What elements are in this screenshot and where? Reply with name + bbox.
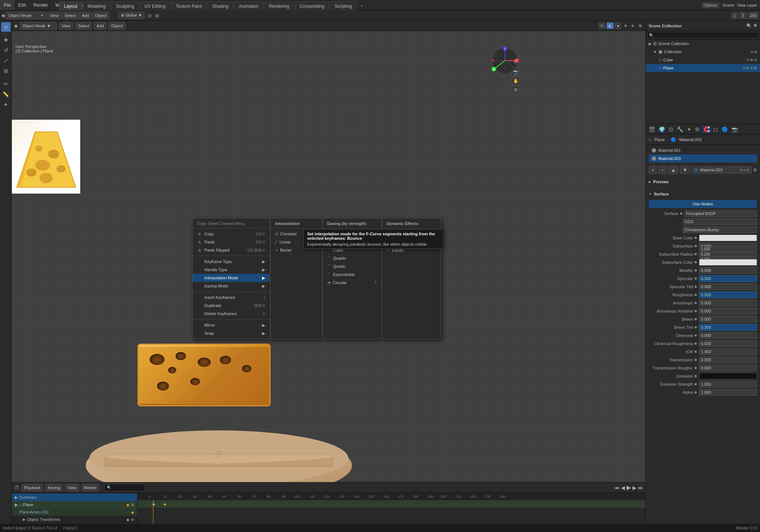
- ctx-delete-keyframes[interactable]: Delete Keyframes X: [193, 310, 269, 318]
- proportional-btn[interactable]: ⊚: [155, 13, 159, 18]
- prop-icon-data[interactable]: ◻: [712, 126, 719, 133]
- material-001-item[interactable]: Material.001: [649, 146, 757, 154]
- tab-uv-editing[interactable]: UV Editing: [140, 1, 170, 10]
- ctx-keyframe-type[interactable]: Keyframe Type ▶: [193, 258, 269, 266]
- tool-scale[interactable]: ⤢: [1, 56, 11, 65]
- prop-icon-render[interactable]: 📷: [730, 126, 739, 133]
- ctx-paste[interactable]: ⎗ Paste Ctrl V: [193, 238, 269, 246]
- jump-end-btn[interactable]: ⏭: [638, 485, 643, 491]
- preview-section-header[interactable]: ▶ Preview: [649, 177, 757, 186]
- ctx-snap[interactable]: Snap ▶: [193, 329, 269, 337]
- gizmo-toggle[interactable]: ⊕: [622, 23, 628, 28]
- mat-down-btn[interactable]: ▼: [680, 166, 690, 174]
- prop-icon-world[interactable]: 🌍: [657, 126, 666, 133]
- keying-btn[interactable]: Keying: [45, 484, 63, 491]
- metallic-value[interactable]: 0.000: [699, 267, 757, 274]
- view-btn-timeline[interactable]: View: [65, 484, 79, 491]
- navigation-gizmo[interactable]: X Y Z: [490, 46, 520, 75]
- snap-btn[interactable]: ⊙: [146, 12, 153, 19]
- subsurface-color-value[interactable]: [699, 259, 757, 266]
- jump-start-btn[interactable]: ⏮: [614, 485, 620, 491]
- mat-remove-btn[interactable]: −: [658, 166, 666, 174]
- tool-transform[interactable]: ⊞: [1, 66, 11, 76]
- viewport-add-btn[interactable]: Add: [94, 22, 106, 30]
- alpha-value[interactable]: 1.000: [699, 389, 757, 396]
- frame-end[interactable]: 250: [748, 12, 759, 19]
- transforms-settings[interactable]: ⚙: [131, 518, 134, 522]
- menu-file[interactable]: File: [0, 0, 14, 10]
- transmission-roughness-value[interactable]: 0.000: [699, 365, 757, 371]
- viewport-object-btn[interactable]: Object: [109, 22, 126, 30]
- prop-icon-physics[interactable]: ⚙: [693, 126, 701, 133]
- next-frame-btn[interactable]: ▶: [632, 485, 637, 491]
- tab-scripting[interactable]: Scripting: [330, 1, 357, 10]
- mat-options-btn[interactable]: ⚙: [753, 167, 757, 173]
- timeline-plane-action[interactable]: PlaneAction.001 ◆: [12, 508, 137, 516]
- sheen-tint-value[interactable]: 0.300: [699, 324, 757, 331]
- menu-edit[interactable]: Edit: [14, 0, 30, 10]
- ease-exponential[interactable]: ⌒ Exponential: [323, 270, 381, 279]
- tab-add-plus[interactable]: +: [357, 2, 366, 10]
- tool-cursor[interactable]: ⊕: [1, 22, 11, 32]
- timeline-plane[interactable]: ▶ □ Plane ◆ ⚙: [12, 501, 137, 508]
- ctx-paste-flipped[interactable]: ⎗ Paste Flipped Ctrl Shift V: [193, 246, 269, 254]
- tool-rotate[interactable]: ↺: [1, 45, 11, 55]
- transform-global[interactable]: ⊕ Global ▼: [118, 12, 145, 19]
- use-nodes-btn[interactable]: Use Nodes: [649, 200, 757, 208]
- distribution-value[interactable]: GGX: [683, 218, 757, 225]
- outliner-item-plane[interactable]: □ Plane ⊙ ⊚ ⊛ ☰: [646, 64, 760, 72]
- tab-compositing[interactable]: Compositing: [295, 1, 329, 10]
- clearcoat-value[interactable]: 0.000: [699, 332, 757, 339]
- hand-btn[interactable]: ✋: [512, 77, 520, 85]
- overlay-toggle[interactable]: ⊛: [630, 23, 636, 28]
- playback-btn[interactable]: Playback: [21, 484, 43, 491]
- outliner-search[interactable]: [655, 33, 757, 37]
- outliner-item-collection[interactable]: ▼ ▣ Collection ⊙ ⊚: [646, 48, 760, 56]
- emission-strength-value[interactable]: 1.000: [699, 381, 757, 388]
- tab-texture-paint[interactable]: Texture Paint: [171, 1, 207, 10]
- tab-layout[interactable]: Layout: [59, 1, 82, 10]
- anisotropic-value[interactable]: 0.000: [699, 300, 757, 306]
- emission-value[interactable]: [699, 373, 757, 379]
- ctx-easing-mode[interactable]: Easing Mode ▶: [193, 282, 269, 290]
- viewport-shading-solid[interactable]: ◐: [607, 23, 614, 29]
- mat-x-btn[interactable]: ✕: [746, 168, 749, 172]
- ctx-mirror[interactable]: Mirror ▶: [193, 321, 269, 329]
- frame-start[interactable]: 1: [732, 12, 737, 19]
- subsurface-radius-y[interactable]: 0.200: [699, 252, 757, 257]
- viewport-select-btn[interactable]: Select: [75, 22, 92, 30]
- surface-type-value[interactable]: Principled BSDF: [684, 210, 757, 217]
- ctx-duplicate[interactable]: Duplicate Shift D: [193, 301, 269, 310]
- timeline-summary[interactable]: ▶ Summary: [12, 494, 137, 501]
- prop-icon-scene[interactable]: 🎬: [647, 126, 656, 133]
- ease-quartic[interactable]: ⌒ Quartic: [323, 254, 381, 262]
- ctx-insert-keyframes[interactable]: Insert Keyframes I: [193, 293, 269, 301]
- mode-selector[interactable]: Object Mode ▼: [6, 12, 47, 19]
- tool-move[interactable]: ✥: [1, 35, 11, 45]
- prop-icon-constraints[interactable]: 🧲: [702, 126, 711, 133]
- transmission-value[interactable]: 0.000: [699, 357, 757, 363]
- tool-add[interactable]: +: [1, 100, 11, 109]
- prop-icon-material[interactable]: 🔵: [720, 126, 729, 133]
- prop-icon-modifier[interactable]: 🔧: [675, 126, 685, 133]
- surface-section-header[interactable]: ▼ Surface: [649, 190, 757, 198]
- xray-toggle[interactable]: ⊠: [637, 23, 643, 28]
- tab-modeling[interactable]: Modeling: [83, 1, 111, 10]
- subsurface-radius-x[interactable]: 1.000: [699, 247, 757, 252]
- material-003-item[interactable]: Material.003: [649, 154, 757, 163]
- outliner-item-scene-collection[interactable]: ▶ ⊞ Scene Collection: [646, 40, 760, 48]
- viewport-mode-btn[interactable]: Object Mode ▼: [20, 22, 57, 30]
- mat-up-btn[interactable]: ▲: [668, 166, 678, 174]
- prop-icon-object[interactable]: ⊡: [667, 126, 675, 133]
- mat-copy-btn[interactable]: ⎘: [740, 168, 742, 172]
- grid-btn[interactable]: ⊞: [512, 86, 520, 94]
- add-btn[interactable]: Add: [79, 12, 92, 19]
- anisotropic-rotation-value[interactable]: 0.000: [699, 308, 757, 314]
- tab-rendering[interactable]: Rendering: [264, 1, 294, 10]
- ctx-copy[interactable]: ⎘ Copy Ctrl C: [193, 230, 269, 238]
- clearcoat-roughness-value[interactable]: 0.030: [699, 340, 757, 347]
- marker-btn[interactable]: Marker: [81, 484, 99, 491]
- menu-render[interactable]: Render: [30, 0, 51, 10]
- prop-icon-particles[interactable]: ✦: [685, 126, 693, 133]
- tab-animation[interactable]: Animation: [234, 1, 263, 10]
